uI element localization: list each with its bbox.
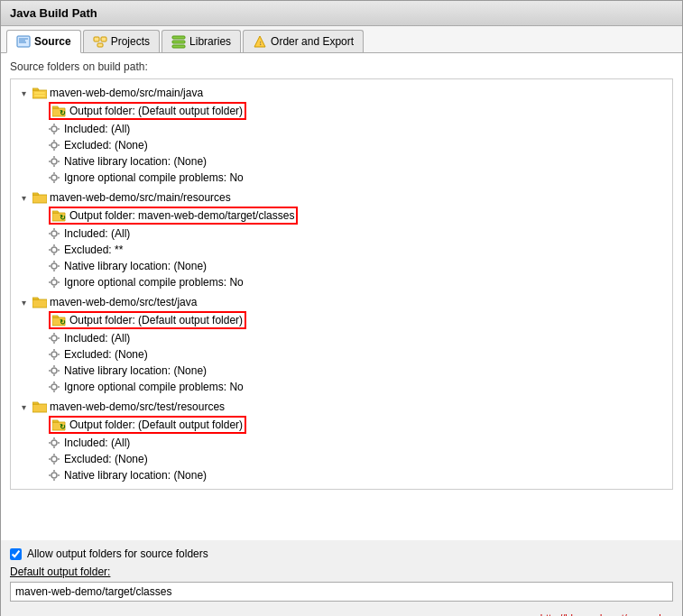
spacer — [36, 211, 47, 221]
tab-libraries[interactable]: Libraries — [162, 30, 241, 52]
tab-order-export[interactable]: ↕ Order and Export — [243, 30, 364, 52]
tree-row-main-resources[interactable]: ▾ maven-web-demo/src/main/resources — [18, 189, 672, 206]
tab-libraries-label: Libraries — [189, 35, 231, 48]
tree-row-ignore-main-resources: Ignore optional compile problems: No — [32, 274, 672, 290]
tree-row-native-main-resources: Native library location: (None) — [32, 258, 672, 274]
svg-rect-0 — [17, 36, 30, 47]
svg-point-72 — [51, 384, 57, 390]
spacer — [36, 262, 47, 271]
tree-row-included-test-resources: Included: (All) — [32, 435, 672, 451]
tree-row-included-main-resources: Included: (All) — [32, 225, 672, 242]
label-native-test-java: Native library location: (None) — [64, 364, 207, 377]
folder-icon-3 — [32, 295, 47, 309]
spacer — [36, 438, 47, 448]
spacer — [36, 366, 47, 376]
label-excluded-main-resources: Excluded: ** — [64, 244, 123, 256]
label-native-main-java: Native library location: (None) — [64, 155, 207, 168]
tree-row-excluded-test-resources: Excluded: (None) — [32, 451, 672, 467]
svg-point-62 — [51, 352, 57, 357]
svg-point-57 — [51, 336, 57, 341]
spacer — [36, 245, 47, 255]
output-folder-input[interactable] — [10, 582, 673, 602]
label-test-java: maven-web-demo/src/test/java — [50, 296, 197, 308]
label-output-main-java: Output folder: (Default output folder) — [69, 105, 243, 117]
output-folder-highlight-2: ↻ Output folder: maven-web-demo/target/c… — [49, 207, 298, 225]
tree-group-main-java: ▾ maven-web-demo/src/main/java — [11, 83, 672, 188]
tabs-bar: Source Projects Libraries — [1, 26, 682, 53]
settings-icon-4 — [47, 170, 61, 185]
tab-projects[interactable]: Projects — [83, 30, 160, 52]
label-included-test-java: Included: (All) — [64, 332, 130, 345]
settings-icon-3 — [47, 154, 61, 169]
label-test-resources: maven-web-demo/src/test/resources — [50, 400, 225, 413]
spacer — [36, 106, 47, 116]
tree-row-output-test-java[interactable]: ↻ Output folder: (Default output folder) — [32, 310, 672, 330]
svg-point-41 — [51, 247, 57, 253]
source-tree[interactable]: ▾ maven-web-demo/src/main/java — [10, 78, 673, 490]
svg-text:↻: ↻ — [60, 423, 66, 431]
output-folder-label: Default output folder: — [10, 565, 673, 578]
svg-rect-12 — [34, 92, 45, 94]
tree-row-test-resources[interactable]: ▾ maven-web-demo/src/test/resources — [18, 399, 672, 415]
settings-icon-9 — [47, 331, 61, 345]
spacer — [36, 350, 47, 360]
svg-text:↻: ↻ — [60, 214, 66, 222]
output-folder-highlight-4: ↻ Output folder: (Default output folder) — [49, 416, 246, 434]
folder-icon-4 — [32, 400, 47, 414]
tree-row-ignore-test-java: Ignore optional compile problems: No — [32, 379, 672, 395]
label-included-main-java: Included: (All) — [64, 123, 130, 135]
svg-rect-13 — [34, 95, 45, 97]
label-output-main-resources: Output folder: maven-web-demo/target/cla… — [69, 209, 294, 222]
spacer — [36, 124, 47, 134]
svg-point-25 — [51, 159, 57, 164]
output-folder-highlight-3: ↻ Output folder: (Default output folder) — [49, 311, 246, 329]
spacer — [36, 278, 47, 288]
spacer — [36, 420, 47, 430]
spacer — [36, 334, 47, 344]
output-folder-icon-4: ↻ — [52, 418, 67, 432]
tree-row-output-main-java[interactable]: ↻ Output folder: (Default output folder) — [32, 101, 672, 121]
settings-icon-2 — [47, 138, 61, 152]
tree-row-included-main-java: Included: (All) — [32, 121, 672, 137]
settings-icon-8 — [47, 275, 61, 290]
spacer — [36, 316, 47, 326]
tree-row-output-test-resources[interactable]: ↻ Output folder: (Default output folder) — [32, 415, 672, 435]
label-ignore-test-java: Ignore optional compile problems: No — [64, 381, 244, 393]
label-included-main-resources: Included: (All) — [64, 227, 130, 240]
svg-rect-6 — [97, 43, 103, 47]
order-icon: ↕ — [253, 34, 267, 49]
svg-point-67 — [51, 368, 57, 373]
tree-row-output-main-resources[interactable]: ↻ Output folder: maven-web-demo/target/c… — [32, 206, 672, 225]
tree-row-excluded-test-java: Excluded: (None) — [32, 346, 672, 363]
tree-row-main-java[interactable]: ▾ maven-web-demo/src/main/java — [18, 85, 672, 101]
allow-output-checkbox-row: Allow output folders for source folders — [10, 547, 673, 560]
allow-output-checkbox[interactable] — [10, 548, 22, 560]
svg-point-20 — [51, 143, 57, 148]
label-included-test-resources: Included: (All) — [64, 437, 130, 449]
svg-point-36 — [51, 231, 57, 236]
main-content: Source folders on build path: ▾ maven-we… — [1, 53, 682, 540]
dialog-title: Java Build Path — [1, 1, 682, 26]
tree-row-test-java[interactable]: ▾ maven-web-demo/src/test/java — [18, 294, 672, 310]
tree-row-included-test-java: Included: (All) — [32, 330, 672, 346]
source-icon — [16, 34, 31, 49]
output-folder-icon: ↻ — [52, 104, 67, 118]
label-excluded-test-java: Excluded: (None) — [64, 348, 148, 361]
tab-projects-label: Projects — [111, 35, 150, 48]
svg-text:↻: ↻ — [60, 318, 66, 326]
spacer — [36, 455, 47, 464]
svg-point-46 — [51, 263, 57, 269]
label-native-test-resources: Native library location: (None) — [64, 469, 207, 482]
svg-text:↕: ↕ — [259, 40, 263, 46]
java-build-path-dialog: Java Build Path Source Pr — [0, 0, 683, 616]
tab-source-label: Source — [34, 35, 71, 48]
allow-output-label: Allow output folders for source folders — [27, 547, 208, 560]
tree-group-test-java: ▾ maven-web-demo/src/test/java — [11, 292, 672, 397]
label-native-main-resources: Native library location: (None) — [64, 260, 207, 272]
settings-icon-7 — [47, 259, 61, 273]
spacer — [36, 141, 47, 151]
tab-source[interactable]: Source — [6, 30, 81, 53]
svg-point-51 — [51, 280, 57, 285]
svg-rect-9 — [172, 45, 185, 48]
tree-row-native-test-resources: Native library location: (None) — [32, 467, 672, 483]
